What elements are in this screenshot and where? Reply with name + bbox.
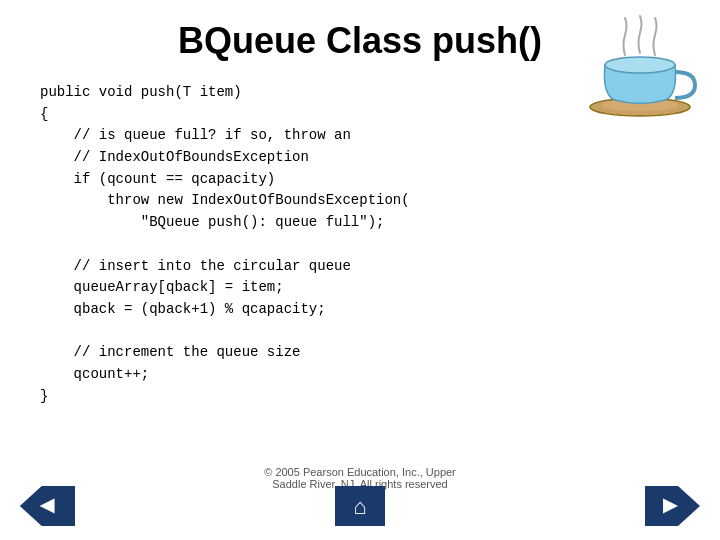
- code-line-11: // increment the queue size: [40, 342, 690, 364]
- nav-forward-button[interactable]: ▶: [645, 486, 700, 530]
- nav-home-button[interactable]: ⌂: [335, 486, 385, 530]
- slide: BQueue Class push() public void push(T i…: [0, 0, 720, 540]
- nav-back-button[interactable]: ◀: [20, 486, 75, 530]
- code-block: public void push(T item) { // is queue f…: [40, 82, 690, 407]
- footer-line1: © 2005 Pearson Education, Inc., Upper: [0, 466, 720, 478]
- svg-text:⌂: ⌂: [353, 494, 366, 519]
- code-line-4: // IndexOutOfBoundsException: [40, 147, 690, 169]
- code-line-9: queueArray[qback] = item;: [40, 277, 690, 299]
- code-line-12: qcount++;: [40, 364, 690, 386]
- svg-point-2: [605, 57, 675, 73]
- nav-bar: ◀ ⌂ ▶: [0, 486, 720, 530]
- code-line-5: if (qcount == qcapacity): [40, 169, 690, 191]
- code-line-3: // is queue full? if so, throw an: [40, 125, 690, 147]
- svg-text:◀: ◀: [39, 495, 55, 515]
- teacup-illustration: [580, 10, 700, 120]
- code-line-7: "BQueue push(): queue full");: [40, 212, 690, 234]
- code-line-13: }: [40, 386, 690, 408]
- code-line-10: qback = (qback+1) % qcapacity;: [40, 299, 690, 321]
- svg-text:▶: ▶: [663, 495, 679, 515]
- code-line-8: // insert into the circular queue: [40, 256, 690, 278]
- code-line-6: throw new IndexOutOfBoundsException(: [40, 190, 690, 212]
